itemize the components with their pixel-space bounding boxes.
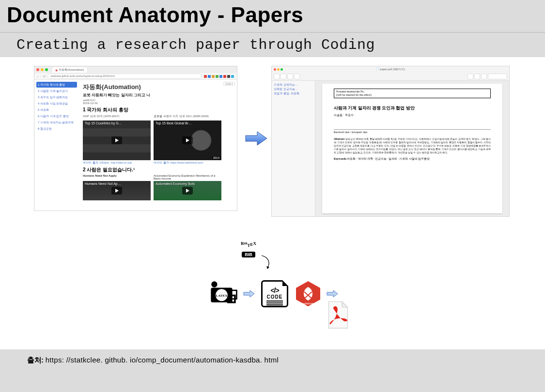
toc-item: 7 기계와 대적하는 절략과제 [36,120,77,125]
pipeline-diagram: BIBTEX BIB LATEX [208,236,383,318]
markdown-label: markdown [302,302,313,305]
pdf-authors: 이광춘 · 주용우 · [334,113,491,118]
pdf-outline-item: 기계와 경쟁하는 … [274,83,313,87]
window-min-icon [277,68,280,71]
browser-tab: ◉ 자동화(Automation) [52,67,87,73]
pdf-abstract-label: Abstract [334,137,344,140]
arrow-right-icon [327,289,338,298]
window-min-icon [41,68,44,71]
pdf-viewer-window: 📄 paper.pdf (3페이지) 기계와 경쟁하는 … 강력한 인공지능 …… [271,66,510,217]
page-h1: 자동화(Automation) [83,83,233,91]
window-close-icon [274,68,276,71]
svg-text:LATEX: LATEX [216,294,228,298]
content-area: ◉ 자동화(Automation) ‹ › ⟳ statkclee.github… [0,57,545,349]
pdf-toolbar [272,72,509,81]
play-icon [182,136,193,144]
page-h2: 로봇 자동화가 빼앗는 일자리 그리고 나 [83,92,233,98]
video-title: Top 15 Best Global Br… [156,121,192,125]
extension-icons [204,75,234,78]
arrow-right-icon [243,289,255,298]
video-title: Top 15 Countries by G… [85,121,122,125]
url-bar: statkclee.github.io/ds-authoring/ds-bund… [47,74,202,79]
window-max-icon [45,68,48,71]
play-icon [111,187,122,195]
search-field [488,74,507,79]
window-max-icon [280,68,283,71]
toc-item: 8 참고문헌 [36,126,77,132]
zoom-out-icon [280,74,286,79]
sidebar-toggle-icon [274,74,280,79]
pdf-titlebar-label: 📄 paper.pdf (3페이지) [376,67,405,72]
pdf-titlebar: 📄 paper.pdf (3페이지) [272,66,509,72]
window-close-icon [36,68,39,71]
svg-point-1 [211,281,217,287]
pdf-file-icon [327,300,350,330]
toc-item: 5 자동화 [36,107,77,113]
toc-item: 1 국가와 회사의 흥망 [36,82,77,88]
page-sec2: 2 사람은 필요없습니다.¹ [83,166,233,173]
pdf-page: Noname manuscript No. (will be inserted … [322,84,502,213]
page-sec1: 1 국가와 회사의 흥망 [83,106,233,113]
pdf-keywords-text: 자동화 · 데이터 과학 · 인공지능 · 일자리 · 기계와 사람의 업무분장 [347,157,430,160]
toc-item: 6 사람과 기계 업무 분장 [36,113,77,119]
nav-fwd-icon: › [40,75,41,78]
browser-toolbar: ‹ › ⟳ statkclee.github.io/ds-authoring/d… [34,73,237,80]
markup-icon [467,74,473,79]
browser-tab-label: 자동화(Automation) [59,68,84,72]
arrow-right-icon [245,130,268,147]
swirl-icon: ◉ [55,68,58,72]
page-sub2b: Automated Economy Explained: Mechanics o… [154,174,221,180]
play-icon [111,136,122,144]
toc-item: 4 자동화 사업 동력관점 [36,101,77,106]
video-title: Humans Need Not Ap… [85,182,121,185]
video-thumb: Top 15 Countries by G… [83,121,151,160]
code-file-icon: </> CODE [260,279,290,309]
browser-window: ◉ 자동화(Automation) ‹ › ⟳ statkclee.github… [34,66,237,211]
slide-subtitle: Creating a research paper through Coding [0,33,545,54]
rotate-icon [474,74,480,79]
pdf-outline-item: 직업과 분업, 자동화 [274,91,313,96]
video-src: 데이터 출처: https://www.interbrand.com/ [154,161,221,165]
pdf-keywords: Keywords 자동화 · 데이터 과학 · 인공지능 · 일자리 · 기계와… [334,157,491,161]
markdown-hex-icon: markdown [295,279,322,309]
play-icon [182,187,193,195]
edit-pen-icon [481,74,487,79]
pdf-received: Received: date / Accepted: date [334,129,491,134]
video-src: 데이터 출처: UNdata - http://data.un.org/ [83,161,151,165]
nav-back-icon: ‹ [37,75,38,78]
source-citation: 출처: https: //statkclee. github. io/comp_… [27,356,279,365]
slide-title: Document Anatomy - Papers [7,3,538,27]
pipeline-row: LATEX </> CODE [208,279,338,309]
video-thumb: Top 15 Best Global Br… 2014 [154,121,221,160]
pdf-keywords-label: Keywords [334,157,346,160]
curve-arrow-icon [260,255,273,271]
video-title: Automated Economy Bots [156,182,195,185]
bibtex-logo: BIBTEX BIB [237,236,260,257]
code-file-label: CODE [267,294,283,300]
title-bar: Document Anatomy - Papers [0,0,545,33]
latex-engine-icon: LATEX [208,279,238,309]
bibtex-text-icon: BIBTEX [239,236,258,251]
code-fold-button: Code ▾ [223,82,235,86]
video-thumb: Humans Need Not Ap… [83,181,151,200]
page-sub1b: 글로벌 브랜드 가치 상위 15사 (2000-2018) [154,114,221,119]
pdf-abstract: Abstract 알파고가 2016년 바둑 통달 패배된 이세돌 9단을 무찌… [334,137,491,154]
source-url: https: //statkclee. github. io/comp_docu… [46,356,279,364]
toc-item: 3 계무직 업무 변화과정 [36,94,77,100]
pdf-outline-item: 강력한 인공지능 … [274,87,313,91]
bib-badge: BIB [242,252,255,257]
pdf-header-line1: Noname manuscript No. [336,90,488,93]
page-sub2a: Humans Need Not Apply [83,174,151,180]
source-label: 출처: [27,356,44,364]
pdf-abstract-text: 알파고가 2016년 바둑 통달 패배된 이세돌 9단을 무찌른 기억이지요. … [334,137,491,154]
browser-tab-strip: ◉ 자동화(Automation) [34,66,237,73]
pdf-header-box: Noname manuscript No. (will be inserted … [334,89,491,98]
pdf-page-area: Noname manuscript No. (will be inserted … [315,81,509,216]
video-year-badge: 2014 [212,156,220,159]
share-icon [294,74,300,79]
page-sub1a: GDP 상위 15국 (1970-2017) [83,114,151,119]
toc-item: 2 사람은 이제 필요없다 [36,88,77,94]
browser-toc: 1 국가와 회사의 흥망 2 사람은 이제 필요없다 3 계무직 업무 변화과정… [34,80,79,211]
slide-footer: 출처: https: //statkclee. github. io/comp_… [0,349,545,392]
page-date: 2019-12-16 [83,102,233,105]
